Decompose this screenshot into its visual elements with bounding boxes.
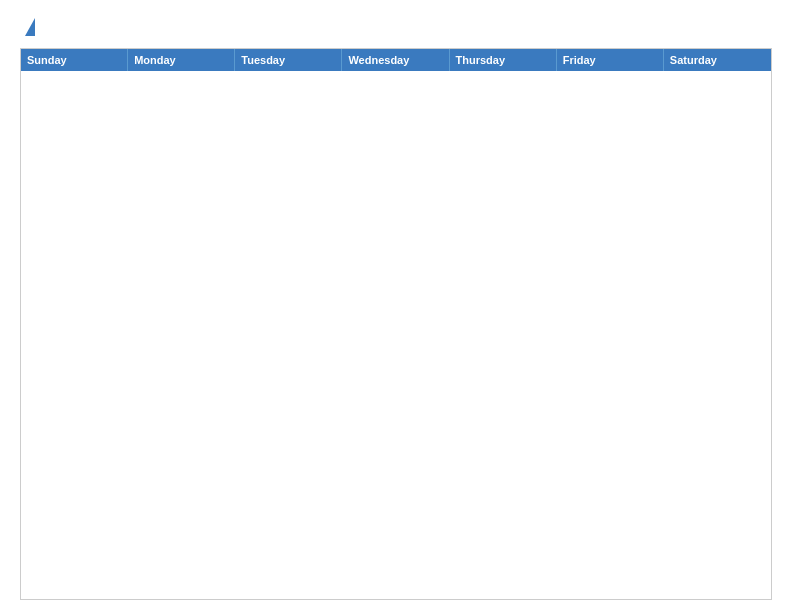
header-cell-wednesday: Wednesday bbox=[342, 49, 449, 71]
calendar-body bbox=[21, 71, 771, 599]
header-cell-friday: Friday bbox=[557, 49, 664, 71]
page: SundayMondayTuesdayWednesdayThursdayFrid… bbox=[0, 0, 792, 612]
calendar-header: SundayMondayTuesdayWednesdayThursdayFrid… bbox=[21, 49, 771, 71]
logo-triangle-icon bbox=[25, 18, 35, 36]
header bbox=[20, 16, 772, 38]
calendar: SundayMondayTuesdayWednesdayThursdayFrid… bbox=[20, 48, 772, 600]
logo bbox=[20, 16, 35, 38]
header-cell-tuesday: Tuesday bbox=[235, 49, 342, 71]
header-cell-monday: Monday bbox=[128, 49, 235, 71]
header-cell-saturday: Saturday bbox=[664, 49, 771, 71]
header-cell-sunday: Sunday bbox=[21, 49, 128, 71]
header-cell-thursday: Thursday bbox=[450, 49, 557, 71]
